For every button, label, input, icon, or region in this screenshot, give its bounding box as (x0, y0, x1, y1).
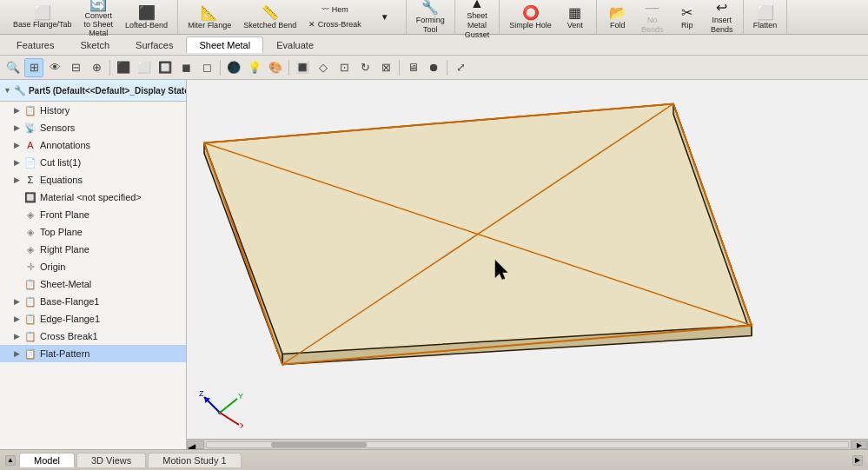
sidebar-resize-handle[interactable] (182, 80, 186, 449)
view-orientation-btn[interactable]: 🔳 (293, 58, 312, 77)
sidebar-item-annotations[interactable]: ▶ A Annotations (0, 136, 186, 154)
scroll-left-btn[interactable]: ◀ (187, 440, 204, 449)
origin-icon: ✛ (23, 260, 37, 274)
dropdown-arrow-btn[interactable]: ▼ (369, 10, 401, 24)
sheet-metal-gusset-btn[interactable]: ▲ SheetMetalGusset (461, 0, 494, 41)
color-btn[interactable]: 🎨 (266, 58, 285, 77)
svg-text:Z: Z (199, 389, 204, 398)
flatten-btn[interactable]: ⬜ Flatten (749, 3, 782, 32)
separator4 (399, 60, 400, 76)
scroll-thumb-h[interactable] (271, 442, 368, 447)
sidebar-item-sheet-metal[interactable]: 📋 Sheet-Metal (0, 275, 186, 293)
zoom-to-fit-btn[interactable]: ⊡ (335, 58, 354, 77)
part-expand-arrow: ▼ (3, 86, 11, 95)
rip-btn[interactable]: ✂ Rip (672, 3, 703, 32)
fold-btn[interactable]: 📂 Fold (602, 3, 633, 32)
part-icon: 🔧 (14, 83, 26, 97)
vent-btn[interactable]: ▦ Vent (560, 3, 591, 32)
svg-line-13 (220, 399, 237, 413)
miter-flange-btn[interactable]: 📐 Miter Flange (183, 3, 235, 32)
cross-break1-icon: 📋 (23, 329, 37, 343)
3d-viewport[interactable]: Z Y X ◀ ▶ (187, 80, 868, 449)
render-mode-btn1[interactable]: ⬛ (114, 58, 133, 77)
view-3d-btn[interactable]: ◇ (314, 58, 333, 77)
horizontal-scroll[interactable]: ◀ ▶ (187, 439, 868, 449)
record-btn[interactable]: ⏺ (424, 58, 443, 77)
forming-tool-btn[interactable]: 🔧 FormingTool (412, 0, 449, 36)
forming-tool-label: FormingTool (416, 16, 445, 35)
sidebar-item-history[interactable]: ▶ 📋 History (0, 102, 186, 119)
tab-surfaces[interactable]: Surfaces (123, 36, 186, 53)
rotate-btn[interactable]: ↻ (355, 58, 374, 77)
tab-sketch[interactable]: Sketch (67, 36, 123, 53)
status-tab-3dviews[interactable]: 3D Views (76, 453, 146, 467)
light-btn[interactable]: 💡 (245, 58, 264, 77)
scene-btn[interactable]: ⊕ (87, 58, 106, 77)
base-flange-label: Base Flange/Tab (13, 21, 72, 30)
scroll-up-btn[interactable]: ▲ (5, 455, 16, 466)
material-label: Material <not specified> (40, 192, 142, 202)
sidebar-item-cutlist[interactable]: ▶ 📄 Cut list(1) (0, 154, 186, 171)
component-display-btn[interactable]: ⊟ (66, 58, 85, 77)
edge-flange1-icon: 📋 (23, 312, 37, 326)
edge-flange1-expand: ▶ (12, 314, 21, 323)
sensors-icon: 📡 (23, 121, 37, 135)
cross-break1-label: Cross Break1 (40, 331, 98, 341)
render-mode-btn2[interactable]: ⬜ (135, 58, 154, 77)
hem-btn[interactable]: 〰 Hem (304, 3, 366, 17)
tab-bar: Features Sketch Surfaces Sheet Metal Eva… (0, 35, 868, 56)
sketched-bend-btn[interactable]: 📏 Sketched Bend (239, 3, 301, 32)
sidebar-item-material[interactable]: 🔲 Material <not specified> (0, 189, 186, 206)
tab-sheet-metal[interactable]: Sheet Metal (186, 36, 263, 53)
hide-show-btn[interactable]: 👁 (45, 58, 64, 77)
filter-icon-btn[interactable]: 🔍 (3, 58, 23, 77)
sidebar-item-front-plane[interactable]: ◈ Front Plane (0, 206, 186, 223)
viewport-svg (187, 80, 868, 449)
tab-evaluate[interactable]: Evaluate (263, 36, 327, 53)
view-settings-btn[interactable]: ⊞ (24, 58, 43, 77)
render-mode-btn3[interactable]: 🔲 (156, 58, 175, 77)
lofted-bend-btn[interactable]: ⬛ Lofted-Bend (121, 3, 172, 32)
sidebar-item-sensors[interactable]: ▶ 📡 Sensors (0, 119, 186, 136)
tab-features[interactable]: Features (3, 36, 67, 53)
separator2 (220, 60, 221, 76)
sidebar-item-flat-pattern[interactable]: ▶ 📋 Flat-Pattern (0, 345, 186, 362)
scroll-right-status-btn[interactable]: ▶ (852, 455, 863, 466)
insert-bends-btn[interactable]: ↩ InsertBends (706, 0, 738, 36)
history-expand: ▶ (12, 106, 21, 115)
sidebar-item-top-plane[interactable]: ◈ Top Plane (0, 223, 186, 241)
convert-to-sheet-btn[interactable]: 🔄 Convertto SheetMetal (80, 0, 118, 40)
status-tab-model[interactable]: Model (19, 453, 75, 467)
top-plane-label: Top Plane (40, 227, 83, 237)
sketched-bend-icon: 📏 (262, 4, 279, 21)
monitor-btn[interactable]: 🖥 (403, 58, 422, 77)
simple-hole-btn[interactable]: ⭕ Simple Hole (505, 3, 556, 32)
scroll-right-btn[interactable]: ▶ (851, 440, 868, 449)
right-plane-icon: ◈ (23, 242, 37, 256)
sidebar-item-equations[interactable]: ▶ Σ Equations (0, 171, 186, 189)
cross-break-btn[interactable]: ✕ Cross-Break (304, 18, 366, 31)
base-flange-btn[interactable]: ⬜ Base Flange/Tab (9, 3, 76, 31)
status-tab-motion-study[interactable]: Motion Study 1 (148, 453, 241, 467)
sidebar-item-origin[interactable]: ✛ Origin (0, 258, 186, 275)
origin-label: Origin (40, 261, 65, 272)
expand-panel-btn[interactable]: ⤢ (451, 58, 470, 77)
sidebar-item-base-flange1[interactable]: ▶ 📋 Base-Flange1 (0, 293, 186, 310)
feature-tree-sidebar: ▼ 🔧 Part5 (Default<<Default>_Display Sta… (0, 80, 187, 449)
part-header[interactable]: ▼ 🔧 Part5 (Default<<Default>_Display Sta… (0, 80, 186, 102)
flat-pattern-expand: ▶ (12, 349, 21, 358)
view-section-btn[interactable]: ⊠ (376, 58, 395, 77)
render-mode-btn5[interactable]: ◻ (197, 58, 216, 77)
sidebar-item-right-plane[interactable]: ◈ Right Plane (0, 241, 186, 258)
sidebar-item-cross-break1[interactable]: ▶ 📋 Cross Break1 (0, 328, 186, 345)
insert-bends-label: InsertBends (711, 16, 733, 35)
cross-break1-expand: ▶ (12, 332, 21, 341)
flatten-icon: ⬜ (757, 4, 774, 21)
render-mode-btn4[interactable]: ◼ (176, 58, 195, 77)
shadow-btn[interactable]: 🌑 (224, 58, 243, 77)
sidebar-item-edge-flange1[interactable]: ▶ 📋 Edge-Flange1 (0, 310, 186, 328)
scroll-track-h[interactable] (206, 441, 849, 448)
cutlist-expand: ▶ (12, 158, 21, 167)
miter-icon: 📐 (201, 4, 218, 21)
front-plane-icon: ◈ (23, 208, 37, 222)
